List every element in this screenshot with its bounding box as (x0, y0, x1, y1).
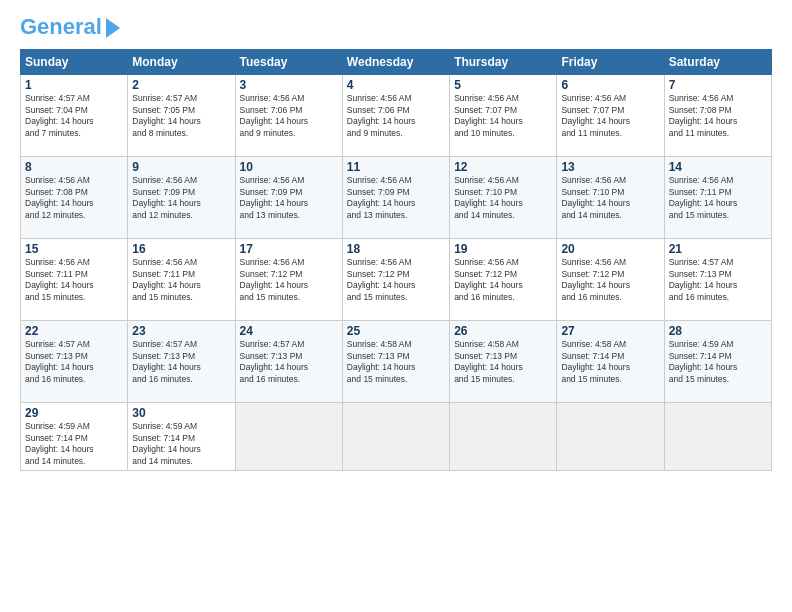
day-info: Sunrise: 4:59 AM Sunset: 7:14 PM Dayligh… (132, 421, 230, 467)
day-info: Sunrise: 4:56 AM Sunset: 7:12 PM Dayligh… (561, 257, 659, 303)
day-number: 22 (25, 324, 123, 338)
day-number: 9 (132, 160, 230, 174)
day-info: Sunrise: 4:59 AM Sunset: 7:14 PM Dayligh… (669, 339, 767, 385)
day-number: 12 (454, 160, 552, 174)
day-number: 2 (132, 78, 230, 92)
calendar-cell: 27Sunrise: 4:58 AM Sunset: 7:14 PM Dayli… (557, 321, 664, 403)
day-number: 21 (669, 242, 767, 256)
weekday-header-wednesday: Wednesday (342, 50, 449, 75)
day-number: 7 (669, 78, 767, 92)
day-info: Sunrise: 4:57 AM Sunset: 7:05 PM Dayligh… (132, 93, 230, 139)
calendar-cell: 25Sunrise: 4:58 AM Sunset: 7:13 PM Dayli… (342, 321, 449, 403)
weekday-header-monday: Monday (128, 50, 235, 75)
calendar-cell: 7Sunrise: 4:56 AM Sunset: 7:08 PM Daylig… (664, 75, 771, 157)
day-number: 14 (669, 160, 767, 174)
day-info: Sunrise: 4:58 AM Sunset: 7:13 PM Dayligh… (347, 339, 445, 385)
calendar-cell (235, 403, 342, 471)
day-info: Sunrise: 4:58 AM Sunset: 7:13 PM Dayligh… (454, 339, 552, 385)
calendar-cell (557, 403, 664, 471)
logo-arrow-icon (106, 18, 120, 38)
calendar-cell: 8Sunrise: 4:56 AM Sunset: 7:08 PM Daylig… (21, 157, 128, 239)
calendar-cell: 2Sunrise: 4:57 AM Sunset: 7:05 PM Daylig… (128, 75, 235, 157)
calendar-cell: 16Sunrise: 4:56 AM Sunset: 7:11 PM Dayli… (128, 239, 235, 321)
day-info: Sunrise: 4:56 AM Sunset: 7:09 PM Dayligh… (132, 175, 230, 221)
day-number: 4 (347, 78, 445, 92)
day-number: 13 (561, 160, 659, 174)
calendar-cell (342, 403, 449, 471)
day-info: Sunrise: 4:56 AM Sunset: 7:11 PM Dayligh… (25, 257, 123, 303)
day-info: Sunrise: 4:56 AM Sunset: 7:06 PM Dayligh… (240, 93, 338, 139)
calendar-header-row: SundayMondayTuesdayWednesdayThursdayFrid… (21, 50, 772, 75)
calendar-cell: 26Sunrise: 4:58 AM Sunset: 7:13 PM Dayli… (450, 321, 557, 403)
day-number: 1 (25, 78, 123, 92)
day-number: 8 (25, 160, 123, 174)
day-number: 26 (454, 324, 552, 338)
calendar-cell: 4Sunrise: 4:56 AM Sunset: 7:06 PM Daylig… (342, 75, 449, 157)
logo-text: General (20, 15, 120, 39)
day-info: Sunrise: 4:57 AM Sunset: 7:13 PM Dayligh… (669, 257, 767, 303)
day-info: Sunrise: 4:56 AM Sunset: 7:07 PM Dayligh… (454, 93, 552, 139)
weekday-header-tuesday: Tuesday (235, 50, 342, 75)
day-info: Sunrise: 4:58 AM Sunset: 7:14 PM Dayligh… (561, 339, 659, 385)
calendar-cell: 15Sunrise: 4:56 AM Sunset: 7:11 PM Dayli… (21, 239, 128, 321)
day-number: 15 (25, 242, 123, 256)
calendar-cell: 23Sunrise: 4:57 AM Sunset: 7:13 PM Dayli… (128, 321, 235, 403)
day-number: 28 (669, 324, 767, 338)
calendar-cell (664, 403, 771, 471)
day-number: 18 (347, 242, 445, 256)
calendar-cell: 12Sunrise: 4:56 AM Sunset: 7:10 PM Dayli… (450, 157, 557, 239)
calendar-cell: 28Sunrise: 4:59 AM Sunset: 7:14 PM Dayli… (664, 321, 771, 403)
day-number: 6 (561, 78, 659, 92)
day-info: Sunrise: 4:56 AM Sunset: 7:10 PM Dayligh… (454, 175, 552, 221)
weekday-header-friday: Friday (557, 50, 664, 75)
day-info: Sunrise: 4:56 AM Sunset: 7:12 PM Dayligh… (454, 257, 552, 303)
calendar-cell: 21Sunrise: 4:57 AM Sunset: 7:13 PM Dayli… (664, 239, 771, 321)
day-info: Sunrise: 4:56 AM Sunset: 7:12 PM Dayligh… (347, 257, 445, 303)
day-info: Sunrise: 4:56 AM Sunset: 7:08 PM Dayligh… (25, 175, 123, 221)
day-number: 27 (561, 324, 659, 338)
day-info: Sunrise: 4:56 AM Sunset: 7:09 PM Dayligh… (347, 175, 445, 221)
calendar-cell: 6Sunrise: 4:56 AM Sunset: 7:07 PM Daylig… (557, 75, 664, 157)
calendar-cell: 29Sunrise: 4:59 AM Sunset: 7:14 PM Dayli… (21, 403, 128, 471)
calendar-cell: 17Sunrise: 4:56 AM Sunset: 7:12 PM Dayli… (235, 239, 342, 321)
day-info: Sunrise: 4:56 AM Sunset: 7:08 PM Dayligh… (669, 93, 767, 139)
day-number: 30 (132, 406, 230, 420)
day-info: Sunrise: 4:57 AM Sunset: 7:04 PM Dayligh… (25, 93, 123, 139)
day-number: 25 (347, 324, 445, 338)
calendar-cell: 9Sunrise: 4:56 AM Sunset: 7:09 PM Daylig… (128, 157, 235, 239)
calendar-cell: 30Sunrise: 4:59 AM Sunset: 7:14 PM Dayli… (128, 403, 235, 471)
calendar-cell: 13Sunrise: 4:56 AM Sunset: 7:10 PM Dayli… (557, 157, 664, 239)
day-number: 11 (347, 160, 445, 174)
day-number: 10 (240, 160, 338, 174)
page-container: General SundayMondayTuesdayWednesdayThur… (0, 0, 792, 481)
day-number: 29 (25, 406, 123, 420)
day-info: Sunrise: 4:57 AM Sunset: 7:13 PM Dayligh… (25, 339, 123, 385)
day-info: Sunrise: 4:56 AM Sunset: 7:07 PM Dayligh… (561, 93, 659, 139)
day-number: 17 (240, 242, 338, 256)
weekday-header-saturday: Saturday (664, 50, 771, 75)
day-number: 23 (132, 324, 230, 338)
day-info: Sunrise: 4:56 AM Sunset: 7:09 PM Dayligh… (240, 175, 338, 221)
day-number: 24 (240, 324, 338, 338)
logo: General (20, 15, 120, 39)
calendar-cell: 5Sunrise: 4:56 AM Sunset: 7:07 PM Daylig… (450, 75, 557, 157)
day-info: Sunrise: 4:57 AM Sunset: 7:13 PM Dayligh… (240, 339, 338, 385)
day-info: Sunrise: 4:57 AM Sunset: 7:13 PM Dayligh… (132, 339, 230, 385)
calendar-cell: 22Sunrise: 4:57 AM Sunset: 7:13 PM Dayli… (21, 321, 128, 403)
weekday-header-thursday: Thursday (450, 50, 557, 75)
day-info: Sunrise: 4:56 AM Sunset: 7:12 PM Dayligh… (240, 257, 338, 303)
day-info: Sunrise: 4:56 AM Sunset: 7:11 PM Dayligh… (132, 257, 230, 303)
calendar-cell: 24Sunrise: 4:57 AM Sunset: 7:13 PM Dayli… (235, 321, 342, 403)
calendar-cell: 3Sunrise: 4:56 AM Sunset: 7:06 PM Daylig… (235, 75, 342, 157)
calendar-cell: 19Sunrise: 4:56 AM Sunset: 7:12 PM Dayli… (450, 239, 557, 321)
calendar-cell (450, 403, 557, 471)
calendar-cell: 20Sunrise: 4:56 AM Sunset: 7:12 PM Dayli… (557, 239, 664, 321)
header: General (20, 15, 772, 39)
day-number: 3 (240, 78, 338, 92)
day-number: 20 (561, 242, 659, 256)
calendar-cell: 18Sunrise: 4:56 AM Sunset: 7:12 PM Dayli… (342, 239, 449, 321)
calendar-cell: 1Sunrise: 4:57 AM Sunset: 7:04 PM Daylig… (21, 75, 128, 157)
day-number: 5 (454, 78, 552, 92)
day-info: Sunrise: 4:56 AM Sunset: 7:11 PM Dayligh… (669, 175, 767, 221)
calendar-table: SundayMondayTuesdayWednesdayThursdayFrid… (20, 49, 772, 471)
